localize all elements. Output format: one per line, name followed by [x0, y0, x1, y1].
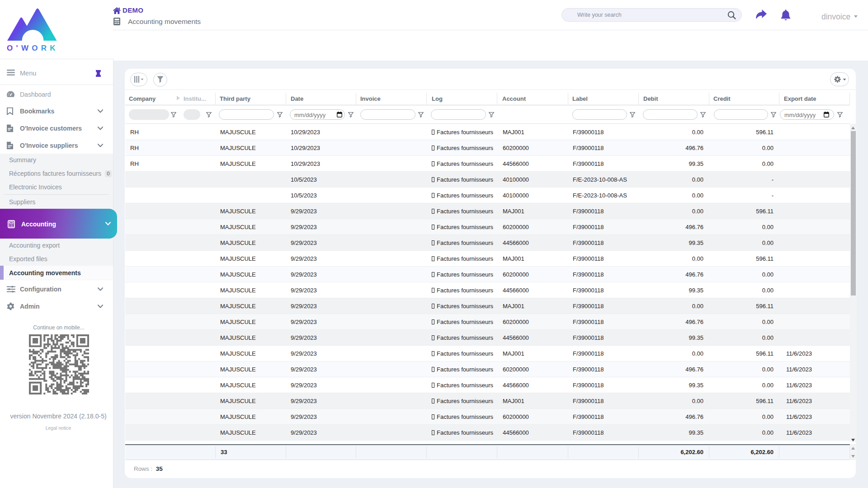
svg-text:O'WORK: O'WORK [7, 44, 59, 52]
